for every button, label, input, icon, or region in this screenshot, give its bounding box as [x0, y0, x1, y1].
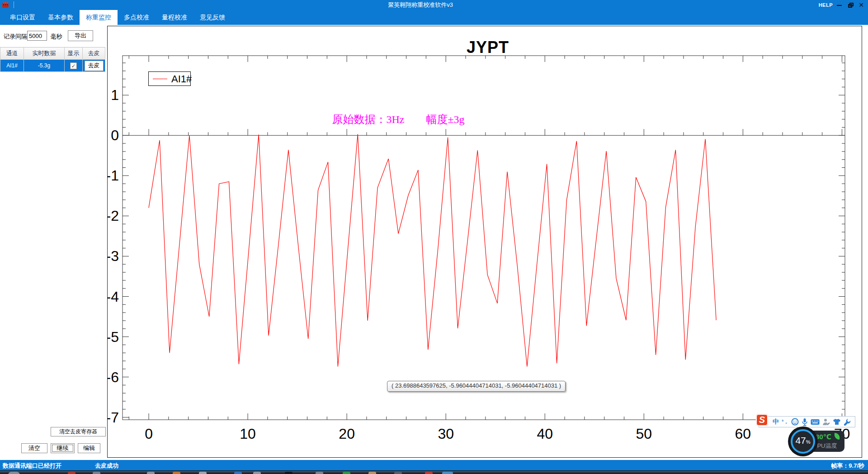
taskbar-icon[interactable]	[253, 472, 261, 474]
taskbar-icon[interactable]	[173, 472, 180, 474]
ime-lang-icon[interactable]: 中	[773, 417, 779, 427]
svg-text:0: 0	[145, 426, 153, 442]
record-interval-unit: 毫秒	[51, 33, 62, 41]
taskbar-icon[interactable]	[285, 472, 292, 474]
svg-text:-3: -3	[108, 248, 119, 264]
restore-icon	[848, 3, 853, 8]
record-interval-label: 记录间隔	[4, 33, 27, 41]
restore-button[interactable]	[845, 0, 856, 10]
header-realtime-data: 实时数据	[24, 47, 65, 60]
close-button[interactable]: ✕	[856, 0, 867, 10]
display-cell: ✓	[65, 60, 83, 72]
tab-weighing-monitor[interactable]: 称重监控	[80, 10, 118, 25]
display-checkbox[interactable]: ✓	[70, 62, 77, 69]
cursor-tooltip: ( 23.6988643597625, -5.96044404714031, -…	[387, 381, 566, 392]
ime-skin-icon[interactable]	[833, 418, 841, 425]
svg-text:30: 30	[438, 426, 454, 442]
svg-text:-4: -4	[108, 289, 119, 305]
sidebar: 记录间隔 毫秒 导出 通道 实时数据 显示 去皮 AI1# -5.3g ✓ 去皮…	[0, 25, 107, 460]
svg-text:20: 20	[339, 426, 355, 442]
tab-serial-settings[interactable]: 串口设置	[4, 10, 42, 25]
header-tare: 去皮	[83, 47, 105, 60]
cpu-usage-gauge[interactable]: 47%	[789, 427, 817, 455]
ime-punctuation-icon[interactable]: °，	[782, 417, 788, 427]
plot-area[interactable]: 10-1-2-3-4-5-6-7010203040506070	[108, 26, 862, 457]
table-row[interactable]: AI1# -5.3g ✓ 去皮	[0, 60, 105, 72]
chart-panel: JYPT AI1# 原始数据：3Hz 幅度±3g 10-1-2-3-4-5-6-…	[107, 26, 862, 458]
realtime-value-cell: -5.3g	[24, 60, 65, 72]
clear-button[interactable]: 清空	[21, 443, 47, 453]
tab-bar: 串口设置 基本参数 称重监控 多点校准 量程校准 意见反馈	[0, 10, 868, 25]
svg-text:-7: -7	[108, 409, 119, 426]
taskbar-icon[interactable]	[68, 472, 75, 474]
channel-table-header: 通道 实时数据 显示 去皮	[0, 47, 105, 60]
ime-keyboard-icon[interactable]	[811, 419, 820, 425]
taskbar-icon[interactable]	[394, 472, 402, 474]
record-interval-row: 记录间隔 毫秒 导出	[0, 30, 107, 42]
header-display: 显示	[65, 47, 83, 60]
tare-cell: 去皮	[83, 60, 105, 72]
svg-text:-2: -2	[108, 208, 119, 224]
svg-text:50: 50	[636, 426, 652, 442]
minimize-icon	[837, 5, 842, 6]
taskbar-icon[interactable]	[199, 472, 207, 474]
taskbar-icon[interactable]	[147, 472, 155, 474]
record-interval-input[interactable]	[27, 31, 47, 41]
window-title: 聚英翱翔称重校准软件v3	[0, 0, 841, 10]
status-port-open: 数据通讯端口已经打开	[3, 462, 61, 470]
svg-text:1: 1	[111, 87, 119, 103]
tab-feedback[interactable]: 意见反馈	[193, 10, 231, 25]
svg-text:60: 60	[735, 426, 751, 442]
sogou-ime-icon[interactable]: S	[756, 414, 768, 426]
status-frame-rate: 帧率：9.7/秒	[831, 462, 864, 470]
resume-button[interactable]: 继续	[51, 443, 75, 453]
start-orb[interactable]	[8, 472, 20, 474]
ime-microphone-icon[interactable]	[802, 418, 808, 426]
cpu-temp-value: 30℃	[816, 433, 831, 441]
titlebar: 聚英翱翔称重校准软件v3 HELP ✕	[0, 0, 868, 10]
status-tare-success: 去皮成功	[95, 462, 118, 470]
ime-toolbar[interactable]: 中 °，	[759, 416, 855, 427]
clear-tare-register-button[interactable]: 清空去皮寄存器	[51, 427, 106, 436]
header-channel: 通道	[0, 47, 24, 60]
svg-text:10: 10	[240, 426, 256, 442]
status-bar: 数据通讯端口已经打开 去皮成功 帧率：9.7/秒	[0, 460, 868, 470]
leaf-icon	[834, 433, 840, 440]
tab-range-calibration[interactable]: 量程校准	[156, 10, 193, 25]
svg-text:40: 40	[537, 426, 553, 442]
taskbar-icon[interactable]	[234, 472, 242, 474]
edit-button[interactable]: 编辑	[78, 443, 100, 453]
svg-text:-5: -5	[108, 329, 119, 345]
tab-basic-params[interactable]: 基本参数	[42, 10, 80, 25]
taskbar[interactable]	[0, 470, 868, 474]
taskbar-folder-icon[interactable]	[442, 472, 453, 474]
cpu-usage-value: 47%	[789, 435, 817, 446]
taskbar-icon[interactable]	[316, 472, 323, 474]
taskbar-icon[interactable]	[368, 472, 376, 474]
svg-text:0: 0	[111, 127, 119, 143]
taskbar-icon[interactable]	[343, 472, 350, 474]
channel-cell: AI1#	[0, 60, 24, 72]
svg-text:-1: -1	[108, 167, 119, 184]
help-button[interactable]: HELP	[819, 0, 833, 10]
tare-button[interactable]: 去皮	[85, 61, 104, 71]
channel-table: 通道 实时数据 显示 去皮 AI1# -5.3g ✓ 去皮	[0, 47, 105, 72]
taskbar-icon[interactable]	[425, 472, 433, 474]
ime-settings-wrench-icon[interactable]	[844, 418, 851, 426]
svg-text:-6: -6	[108, 369, 119, 385]
taskbar-icon[interactable]	[93, 472, 100, 474]
minimize-button[interactable]	[834, 0, 844, 10]
tab-multipoint-calibration[interactable]: 多点校准	[118, 10, 156, 25]
ime-handwriting-icon[interactable]	[822, 418, 830, 426]
ime-emoji-icon[interactable]	[791, 418, 799, 426]
export-button[interactable]: 导出	[68, 30, 93, 41]
